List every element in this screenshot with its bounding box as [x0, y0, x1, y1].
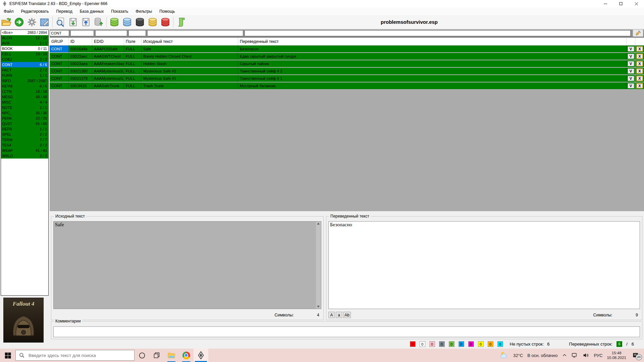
clear-row-button[interactable]: X [636, 46, 643, 52]
validate-row-button[interactable]: V [628, 76, 634, 81]
weather-icon[interactable] [500, 351, 509, 360]
validate-row-button[interactable]: V [628, 46, 634, 52]
weather-text[interactable]: В осн. облачно [527, 353, 557, 358]
maximize-icon[interactable] [613, 0, 629, 7]
sidebar-group-item[interactable]: KEYM 6 / 6 [1, 83, 48, 89]
table-row[interactable]: CONT 03021378 AAAMysteriousS... FULL Mys… [50, 75, 644, 82]
sidebar-group-item[interactable]: LCTN 18 / 18 [1, 89, 48, 94]
menu-item[interactable]: База данных [76, 8, 107, 15]
save-up-icon[interactable] [80, 16, 92, 28]
sidebar-group-item[interactable]: CELL 19 / 19 [1, 51, 48, 57]
database-green-icon[interactable] [108, 16, 120, 28]
menu-item[interactable]: Фильтры [132, 8, 156, 15]
close-icon[interactable] [629, 0, 644, 7]
sidebar-group-item[interactable]: INFO 2587 / 2587 [1, 78, 48, 83]
search-input[interactable] [28, 353, 123, 358]
case-button[interactable]: Ab [343, 312, 351, 318]
chevron-up-icon[interactable] [562, 353, 567, 358]
column-header[interactable]: Переведенный текст [238, 38, 627, 45]
sidebar-group-item[interactable]: TES4 2 / 2 [1, 142, 48, 148]
column-header[interactable]: Исходный текст [142, 38, 238, 45]
sidebar-group-item[interactable]: TERM 7 / 7 [1, 137, 48, 142]
database-red-icon[interactable] [159, 16, 171, 28]
sidebar-group-item[interactable]: AVIF 1 / 1 [1, 41, 48, 46]
scroll-up-icon[interactable] [317, 223, 320, 225]
translation-text-area[interactable]: Безопасно [328, 221, 640, 309]
clear-row-button[interactable]: X [636, 76, 643, 81]
clear-row-button[interactable]: X [636, 61, 643, 66]
menu-item[interactable]: Показать [107, 8, 132, 15]
column-header[interactable]: ID [69, 38, 92, 45]
save-down-icon[interactable] [67, 16, 79, 28]
column-header[interactable]: EDID [92, 38, 124, 45]
sidebar-group-item[interactable]: MISC 4 / 4 [1, 100, 48, 105]
settings-icon[interactable] [26, 16, 38, 28]
search-icon[interactable] [54, 16, 66, 28]
script-icon[interactable] [175, 16, 187, 28]
validate-row-button[interactable]: V [628, 83, 634, 88]
database-black-icon[interactable] [134, 16, 146, 28]
validate-row-button[interactable]: V [628, 61, 634, 66]
edit-database-icon[interactable] [39, 16, 51, 28]
language-indicator[interactable]: РУС [594, 353, 602, 358]
clear-filters-button[interactable] [633, 29, 643, 37]
comments-input[interactable] [53, 326, 640, 337]
sidebar-group-item[interactable]: COBJ 2 / 2 [1, 57, 48, 62]
filter-field-input[interactable] [128, 30, 146, 36]
clock[interactable]: 15:48 10.08.2021 [607, 351, 626, 360]
notification-center-button[interactable]: 20 [631, 350, 641, 360]
menu-item[interactable]: Помощь [156, 8, 178, 15]
sidebar-group-item[interactable]: WRLD 2 / 2 [1, 153, 48, 159]
database-upload-icon[interactable] [93, 16, 105, 28]
cortana-button[interactable] [135, 349, 149, 362]
sidebar-group-item[interactable]: FACT 2 / 2 [1, 67, 48, 73]
sidebar-group-item[interactable]: NOTE 1 / 1 [1, 105, 48, 110]
case-button[interactable]: a [336, 312, 342, 318]
case-button[interactable]: A [328, 312, 335, 318]
filter-translation-input[interactable] [245, 30, 631, 36]
sidebar-group-item[interactable]: FURN 1 / 1 [1, 73, 48, 78]
esp-translator-button[interactable] [194, 349, 208, 362]
sidebar-group-item[interactable]: WEAP 41 / 41 [1, 148, 48, 153]
menu-item[interactable]: Редактировать [17, 8, 53, 15]
column-header[interactable]: GRUP [50, 38, 69, 45]
table-row[interactable]: CONT 03023aec AAAGWTChest FULL Barely Hi… [50, 53, 644, 60]
sidebar-group-item[interactable]: ALCH 12 / 12 [1, 35, 48, 41]
sidebar-group-item[interactable]: PERK 20 / 20 [1, 116, 48, 121]
sidebar-group-item[interactable]: SPEL 2 / 2 [1, 132, 48, 137]
table-row[interactable]: CONT 0301f415 AAASafeTrunk FULL Trash Tr… [50, 82, 644, 90]
clear-row-button[interactable]: X [636, 54, 643, 59]
clear-row-button[interactable]: X [636, 83, 643, 88]
menu-item[interactable]: Файл [0, 8, 17, 15]
filter-id-input[interactable] [70, 30, 94, 36]
taskbar-search[interactable] [15, 350, 135, 361]
database-blue-icon[interactable] [121, 16, 133, 28]
task-view-button[interactable] [149, 349, 164, 362]
open-file-icon[interactable] [0, 16, 12, 28]
table-row[interactable]: CONT 03023aea AAAFreakersStash FULL Hidd… [50, 60, 644, 68]
sidebar-group-item[interactable]: CONT 6 / 6 [1, 62, 48, 67]
sidebar-group-item[interactable]: MESG 48 / 48 [1, 94, 48, 100]
source-text-area[interactable]: Safe [53, 221, 321, 309]
sidebar-group-item[interactable]: REFR 1 / 1 [1, 126, 48, 132]
validate-row-button[interactable]: V [628, 68, 634, 74]
minimize-icon[interactable] [598, 0, 613, 7]
source-scrollbar[interactable] [316, 222, 321, 309]
table-row[interactable]: CONT 03016d4e AAAPOSSafe FULL Safe Безоп… [50, 46, 644, 53]
sidebar-group-item[interactable]: QUST 65 / 65 [1, 121, 48, 126]
database-yellow-icon[interactable] [147, 16, 159, 28]
column-header[interactable]: Поле [124, 38, 142, 45]
volume-icon[interactable] [583, 352, 589, 359]
filter-grup-input[interactable] [50, 30, 69, 36]
menu-item[interactable]: Перевод [52, 8, 76, 15]
network-icon[interactable] [572, 352, 578, 359]
clear-row-button[interactable]: X [636, 68, 643, 74]
file-explorer-button[interactable] [164, 349, 179, 362]
chrome-button[interactable] [179, 349, 194, 362]
start-button[interactable] [0, 349, 15, 362]
filter-edid-input[interactable] [95, 30, 127, 36]
sidebar-group-item[interactable]: <Все> 2883 / 2894 [1, 30, 48, 35]
table-row[interactable]: CONT 03021380 AAAMysteriousS... FULL Mys… [50, 68, 644, 75]
filter-source-input[interactable] [147, 30, 243, 36]
validate-row-button[interactable]: V [628, 54, 634, 59]
